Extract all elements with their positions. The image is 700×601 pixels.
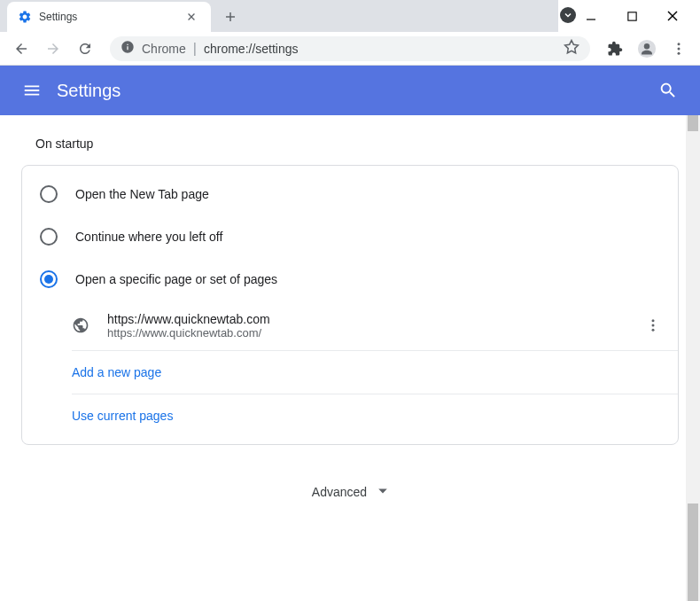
scroll-thumb[interactable] xyxy=(688,503,698,601)
svg-point-15 xyxy=(652,329,655,332)
omnibox-url: chrome://settings xyxy=(204,42,556,56)
profile-button[interactable] xyxy=(633,35,661,63)
startup-card: Open the New Tab page Continue where you… xyxy=(21,165,679,445)
scroll-arrow-up[interactable] xyxy=(688,115,698,131)
tab-settings[interactable]: Settings xyxy=(7,2,211,32)
svg-point-9 xyxy=(644,43,649,49)
startup-option-continue[interactable]: Continue where you left off xyxy=(22,215,678,258)
settings-gear-icon xyxy=(18,10,32,24)
window-close-button[interactable] xyxy=(666,10,679,22)
bookmark-star-icon[interactable] xyxy=(564,39,579,59)
browser-toolbar: Chrome | chrome://settings xyxy=(0,32,700,66)
startup-option-newtab[interactable]: Open the New Tab page xyxy=(22,173,678,215)
search-button[interactable] xyxy=(650,73,686,108)
svg-rect-1 xyxy=(627,12,635,20)
page-text: https://www.quicknewtab.com https://www.… xyxy=(107,312,639,340)
advanced-toggle[interactable]: Advanced xyxy=(21,466,679,535)
tab-close-icon[interactable] xyxy=(186,10,200,24)
startup-option-specific[interactable]: Open a specific page or set of pages xyxy=(22,258,678,300)
forward-button[interactable] xyxy=(39,35,67,63)
globe-icon xyxy=(72,316,89,334)
startup-page-item: https://www.quicknewtab.com https://www.… xyxy=(72,300,678,351)
hamburger-menu-button[interactable] xyxy=(14,73,50,108)
tab-strip: Settings xyxy=(0,0,558,32)
page-item-menu-button[interactable] xyxy=(639,311,667,340)
address-bar[interactable]: Chrome | chrome://settings xyxy=(110,36,590,61)
tab-title: Settings xyxy=(39,11,179,23)
caret-down-icon xyxy=(377,484,388,500)
tab-search-button[interactable] xyxy=(560,7,576,23)
advanced-label: Advanced xyxy=(312,485,367,499)
startup-page-list: https://www.quicknewtab.com https://www.… xyxy=(22,300,678,437)
svg-point-10 xyxy=(678,43,681,45)
omnibox-divider: | xyxy=(193,41,197,57)
scrollbar[interactable] xyxy=(686,115,700,601)
omnibox-prefix: Chrome xyxy=(142,42,186,56)
page-url-text: https://www.quicknewtab.com/ xyxy=(107,326,639,340)
window-maximize-button[interactable] xyxy=(626,10,638,22)
radio-icon xyxy=(40,185,58,203)
svg-point-11 xyxy=(678,47,681,50)
chevron-down-icon xyxy=(560,7,576,23)
back-button[interactable] xyxy=(7,35,35,63)
use-current-pages-link[interactable]: Use current pages xyxy=(72,394,678,437)
svg-point-12 xyxy=(678,51,681,54)
page-title: Settings xyxy=(57,81,650,101)
settings-content: On startup Open the New Tab page Continu… xyxy=(0,115,700,601)
settings-header: Settings xyxy=(0,66,700,115)
add-new-page-link[interactable]: Add a new page xyxy=(72,351,678,394)
chrome-menu-button[interactable] xyxy=(665,35,693,63)
reload-button[interactable] xyxy=(71,35,99,63)
svg-point-14 xyxy=(652,324,655,327)
svg-point-13 xyxy=(652,319,655,322)
radio-label: Open a specific page or set of pages xyxy=(75,272,277,286)
section-title-startup: On startup xyxy=(21,137,679,151)
radio-icon xyxy=(40,228,58,246)
page-title-text: https://www.quicknewtab.com xyxy=(107,312,639,326)
window-minimize-button[interactable] xyxy=(585,10,597,22)
new-tab-button[interactable] xyxy=(218,4,243,29)
site-info-icon[interactable] xyxy=(121,40,135,58)
extensions-button[interactable] xyxy=(601,35,629,63)
radio-icon xyxy=(40,270,58,288)
radio-label: Open the New Tab page xyxy=(75,187,209,201)
radio-label: Continue where you left off xyxy=(75,230,222,244)
